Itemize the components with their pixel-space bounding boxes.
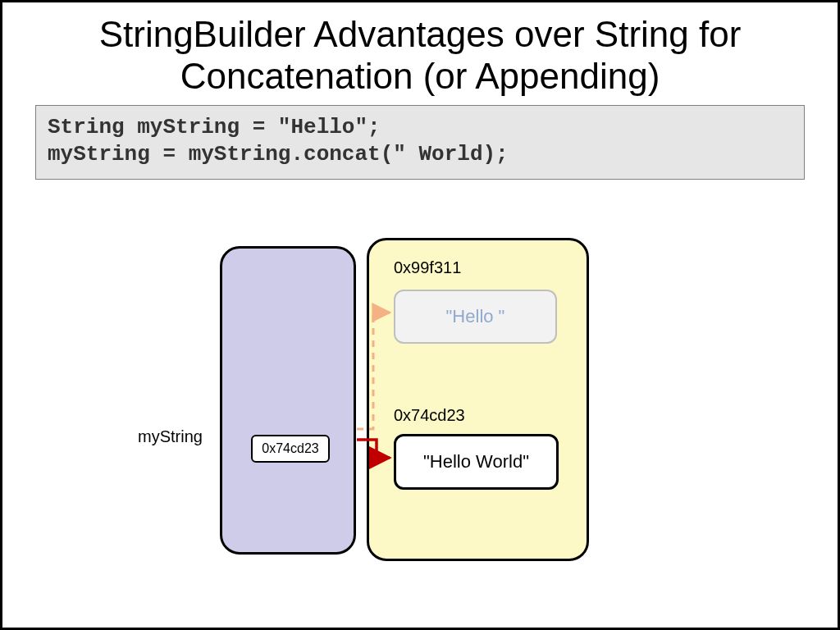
heap-address-1: 0x99f311 xyxy=(394,258,461,277)
stack-cell: 0x74cd23 xyxy=(251,435,330,463)
heap-block: 0x99f311 "Hello " 0x74cd23 "Hello World" xyxy=(367,238,589,561)
memory-diagram: myString 0x74cd23 0x99f311 "Hello " 0x74… xyxy=(2,228,840,614)
slide: StringBuilder Advantages over String for… xyxy=(0,0,840,630)
slide-title: StringBuilder Advantages over String for… xyxy=(35,14,805,97)
code-block: String myString = "Hello"; myString = my… xyxy=(35,105,805,180)
stack-block: 0x74cd23 xyxy=(220,246,356,555)
variable-name-label: myString xyxy=(138,427,203,446)
heap-object-hello: "Hello " xyxy=(394,290,557,344)
heap-address-2: 0x74cd23 xyxy=(394,406,465,425)
heap-object-helloworld: "Hello World" xyxy=(394,434,559,490)
